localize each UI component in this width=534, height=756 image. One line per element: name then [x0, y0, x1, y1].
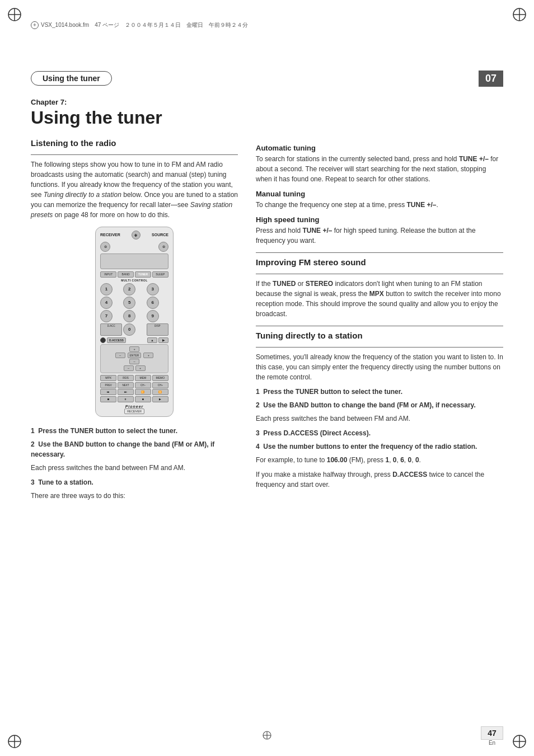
remote-vol-up: +	[129, 346, 139, 352]
page-title: Using the tuner	[31, 107, 503, 128]
remote-illustration: RECEIVER ⏻ SOURCE ⊙ ⊙ INPUT BAND	[31, 227, 238, 417]
remote-ch-plus: +	[135, 365, 146, 371]
corner-mark-tl	[7, 7, 22, 22]
remote-right-btn: ▶	[158, 337, 168, 343]
page-number-container: 47 En	[481, 726, 503, 746]
remote-bot-12: ▶	[152, 396, 168, 402]
meta-bar: VSX_1014.book.fm 47 ページ ２００４年５月１４日 金曜日 午…	[31, 21, 503, 29]
remote-num-8: 8	[123, 310, 135, 322]
remote-dot-btn	[100, 337, 106, 343]
remote-arrow-btns: ▲ ▶	[147, 337, 168, 343]
left-step1: 1 Press the TUNER button to select the t…	[31, 426, 238, 436]
remote-up-btn: ▲	[147, 337, 157, 343]
d-step3-num: 3	[256, 429, 260, 437]
auto-tuning-text: To search for stations in the currently …	[256, 154, 503, 184]
remote-bot-5: ⏮	[100, 389, 116, 395]
remote-minus-btn: –	[115, 353, 125, 358]
remote-receiver-tag: RECEIVER	[100, 410, 168, 413]
remote-display	[100, 253, 168, 269]
left-step3-sub: There are three ways to do this:	[31, 491, 238, 501]
page-lang: En	[481, 740, 503, 746]
remote-bot-11: ⏺	[135, 396, 151, 402]
d-step3: 3 Press D.ACCESS (Direct Access).	[256, 428, 503, 438]
remote-mid-btn-1: MPX	[100, 375, 116, 381]
manual-tuning-title: Manual tuning	[256, 190, 503, 198]
left-column: Listening to the radio The following ste…	[31, 138, 238, 505]
page-number: 47	[481, 726, 503, 740]
d-step4-sub2: If you make a mistake halfway through, p…	[256, 469, 503, 490]
remote-bottom-grid: PREV NEXT CH– CH+ ⏮ ⏭ ⏩ ⏪ ⏹ ⏸ ⏺ ▶	[100, 382, 168, 402]
remote-bot-9: ⏹	[100, 396, 116, 402]
remote-nav-cluster: – + ENTER – + – +	[100, 344, 168, 373]
d-step4: 4 Use the number buttons to enter the fr…	[256, 442, 503, 452]
fm-section-title: Improving FM stereo sound	[256, 257, 503, 267]
remote-num-3: 3	[147, 283, 159, 295]
d-step2: 2 Use the BAND button to change the band…	[256, 400, 503, 410]
file-info: VSX_1014.book.fm 47 ページ ２００４年５月１４日 金曜日 午…	[41, 21, 248, 29]
bottom-center-crosshair	[261, 730, 273, 743]
remote-small-btn-4: SLEEP	[152, 271, 168, 278]
remote-small-btns-mid: MPX RDS MEM MEMO	[100, 375, 168, 381]
remote-mid-btn-3: MEM	[135, 375, 151, 381]
remote-daccess-btn: D.ACCESS	[107, 337, 126, 343]
left-step2: 2 Use the BAND button to change the band…	[31, 439, 238, 459]
remote-num-1: 1	[100, 283, 113, 295]
fm-text: If the TUNED or STEREO indicators don't …	[256, 279, 503, 319]
right-column: Automatic tuning To search for stations …	[256, 138, 503, 505]
remote-num-7: 7	[100, 310, 113, 322]
corner-mark-tr	[512, 7, 527, 22]
chapter-label: Chapter 7:	[31, 98, 503, 106]
d-step1: 1 Press the TUNER button to select the t…	[256, 387, 503, 397]
corner-mark-br	[512, 734, 527, 749]
high-speed-text: Press and hold TUNE +/– for high speed t…	[256, 226, 503, 246]
remote-num-0: 0	[123, 323, 135, 336]
left-step1-num: 1	[31, 427, 35, 435]
header-bar: Using the tuner 07	[31, 68, 503, 88]
d-step4-num: 4	[256, 443, 260, 450]
remote-num-4: 4	[100, 297, 113, 309]
corner-mark-bl	[7, 734, 22, 749]
remote-numpad: 1 2 3 4 5 6 7 8 9 D.ACC 0 DISP	[100, 283, 168, 336]
remote-plus-btn: +	[143, 353, 153, 358]
remote-btn-daccess-left: D.ACC	[100, 323, 122, 336]
remote-mid-btn-4: MEMO	[152, 375, 168, 381]
remote-multicontrol-label: MULTI CONTROL	[100, 279, 168, 282]
remote-power-btn: ⏻	[132, 231, 140, 240]
section1-title: Listening to the radio	[31, 138, 238, 148]
remote-btn-left: ⊙	[100, 242, 110, 252]
remote-vol-down: –	[129, 359, 139, 364]
d-step2-sub: Each press switches the band between FM …	[256, 414, 503, 424]
direct-section-title: Tuning directly to a station	[256, 331, 503, 340]
remote-daccess-row: D.ACCESS ▲ ▶	[100, 337, 168, 343]
d-step1-num: 1	[256, 388, 260, 396]
remote-num-2: 2	[123, 283, 135, 295]
chapter-number: 07	[479, 71, 503, 87]
left-step3: 3 Tune to a station.	[31, 477, 238, 487]
d-step4-sub1: For example, to tune to 106.00 (FM), pre…	[256, 455, 503, 465]
remote-center-btns: – +	[102, 365, 166, 371]
high-speed-title: High speed tuning	[256, 215, 503, 224]
remote-small-btn-1: INPUT	[100, 271, 116, 278]
remote-control: RECEIVER ⏻ SOURCE ⊙ ⊙ INPUT BAND	[95, 227, 174, 417]
auto-tuning-title: Automatic tuning	[256, 144, 503, 152]
remote-small-btn-2: BAND	[118, 271, 134, 278]
remote-pioneer-logo: Pioneer	[100, 405, 168, 408]
remote-bot-8: ⏪	[152, 389, 168, 395]
d-step2-num: 2	[256, 401, 260, 409]
remote-num-5: 5	[123, 297, 135, 309]
main-content: Chapter 7: Using the tuner Listening to …	[31, 98, 503, 722]
left-step3-num: 3	[31, 478, 35, 486]
remote-source-label: SOURCE	[152, 233, 168, 237]
remote-tuner-btn: TUNER	[135, 271, 151, 278]
remote-btn-extra: DISP	[147, 323, 168, 336]
left-step2-sub: Each press switches the band between FM …	[31, 463, 238, 473]
remote-bot-10: ⏸	[118, 396, 134, 402]
left-step2-num: 2	[31, 440, 35, 448]
direct-intro: Sometimes, you'll already know the frequ…	[256, 352, 503, 382]
remote-bot-3: CH–	[135, 382, 151, 388]
section-tab: Using the tuner	[31, 71, 112, 86]
remote-bot-1: PREV	[100, 382, 116, 388]
remote-enter-btn: ENTER	[128, 353, 142, 358]
remote-bot-7: ⏩	[135, 389, 151, 395]
remote-mid-btn-2: RDS	[118, 375, 134, 381]
